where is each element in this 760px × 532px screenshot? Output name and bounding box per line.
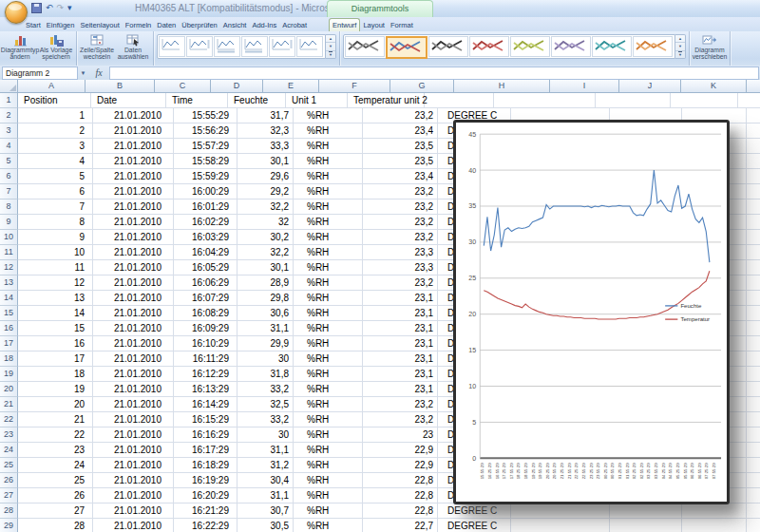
- cell-A21[interactable]: 20: [18, 397, 93, 412]
- cell-K12[interactable]: [747, 260, 760, 276]
- cell-C24[interactable]: 16:17:29: [174, 443, 238, 458]
- column-header-e[interactable]: E: [263, 80, 319, 93]
- cell-D13[interactable]: 28,9: [238, 276, 294, 291]
- cell-F27[interactable]: 22,8: [363, 488, 438, 504]
- cell-E17[interactable]: %RH: [294, 336, 363, 352]
- cell-A8[interactable]: 7: [18, 200, 93, 215]
- cell-E18[interactable]: %RH: [294, 352, 363, 367]
- cell-D26[interactable]: 30,4: [238, 473, 294, 488]
- cell-F29[interactable]: 22,7: [363, 519, 438, 532]
- cell-F28[interactable]: 22,8: [363, 504, 438, 519]
- cell-B11[interactable]: 21.01.2010: [93, 245, 174, 260]
- row-header-1[interactable]: 1: [0, 93, 18, 108]
- cell-K3[interactable]: [747, 124, 760, 139]
- tab-add-ins[interactable]: Add-Ins: [249, 19, 279, 31]
- cell-E23[interactable]: %RH: [294, 428, 363, 443]
- row-header-27[interactable]: 27: [0, 488, 18, 504]
- chart-style-2[interactable]: [386, 36, 428, 59]
- cell-D25[interactable]: 31,2: [238, 458, 294, 473]
- cell-C10[interactable]: 16:03:29: [174, 230, 238, 245]
- cell-A28[interactable]: 27: [18, 504, 93, 519]
- row-header-17[interactable]: 17: [0, 336, 18, 352]
- cell-B24[interactable]: 21.01.2010: [93, 443, 174, 458]
- cell-K10[interactable]: [747, 230, 760, 245]
- cell-B21[interactable]: 21.01.2010: [93, 397, 174, 412]
- cell-C14[interactable]: 16:07:29: [174, 291, 238, 306]
- cell-B6[interactable]: 21.01.2010: [93, 169, 174, 184]
- row-header-10[interactable]: 10: [0, 230, 18, 245]
- cell-A22[interactable]: 21: [18, 412, 93, 428]
- cell-E14[interactable]: %RH: [294, 291, 363, 306]
- cell-I28[interactable]: [610, 504, 682, 519]
- gallery-down-icon[interactable]: [326, 43, 335, 50]
- layouts-gallery-scrollbar[interactable]: [326, 34, 336, 59]
- chart-layout-2[interactable]: [186, 36, 213, 57]
- cell-C9[interactable]: 16:02:29: [174, 215, 238, 230]
- cell-F8[interactable]: 23,2: [363, 200, 438, 215]
- cell-B7[interactable]: 21.01.2010: [93, 184, 174, 200]
- cell-A9[interactable]: 8: [18, 215, 93, 230]
- gallery-up-icon[interactable]: [675, 35, 685, 43]
- cell-K19[interactable]: [747, 367, 760, 382]
- column-header-d[interactable]: D: [211, 80, 263, 93]
- cell-F24[interactable]: 22,9: [363, 443, 438, 458]
- gallery-more-icon[interactable]: [326, 51, 335, 58]
- cell-A6[interactable]: 5: [18, 169, 93, 184]
- chart-style-4[interactable]: [469, 36, 509, 57]
- cell-A16[interactable]: 15: [18, 321, 93, 336]
- cell-C27[interactable]: 16:20:29: [174, 488, 238, 504]
- formula-input[interactable]: [109, 66, 759, 80]
- cell-K6[interactable]: [747, 169, 760, 184]
- cell-D22[interactable]: 33,2: [238, 412, 294, 428]
- cell-K25[interactable]: [747, 458, 760, 473]
- cell-G28[interactable]: DEGREE C: [438, 504, 511, 519]
- cell-E16[interactable]: %RH: [294, 321, 363, 336]
- cell-A23[interactable]: 22: [18, 428, 93, 443]
- column-header-l[interactable]: L: [747, 80, 760, 93]
- move-chart-button[interactable]: Diagramm verschieben: [693, 32, 727, 62]
- cell-C11[interactable]: 16:04:29: [174, 245, 238, 260]
- row-header-13[interactable]: 13: [0, 276, 18, 291]
- cell-D24[interactable]: 31,1: [238, 443, 294, 458]
- cell-K4[interactable]: [747, 139, 760, 154]
- row-header-12[interactable]: 12: [0, 260, 18, 276]
- cell-E24[interactable]: %RH: [294, 443, 363, 458]
- cell-B18[interactable]: 21.01.2010: [93, 352, 174, 367]
- cell-A1[interactable]: Position: [18, 93, 91, 108]
- cell-F1[interactable]: Temperatur unit 2: [348, 93, 425, 108]
- cell-F9[interactable]: 23,2: [363, 215, 438, 230]
- cell-B10[interactable]: 21.01.2010: [93, 230, 174, 245]
- cell-F3[interactable]: 23,4: [363, 124, 438, 139]
- cell-A26[interactable]: 25: [18, 473, 93, 488]
- tab-berpr-fen[interactable]: Überprüfen: [179, 19, 220, 31]
- gallery-more-icon[interactable]: [675, 51, 685, 58]
- cell-F5[interactable]: 23,5: [363, 154, 438, 169]
- cell-C6[interactable]: 15:59:29: [174, 169, 238, 184]
- cell-K21[interactable]: [747, 397, 760, 412]
- gallery-up-icon[interactable]: [326, 35, 335, 43]
- cell-F16[interactable]: 23,1: [363, 321, 438, 336]
- cell-B22[interactable]: 21.01.2010: [93, 412, 174, 428]
- cell-J29[interactable]: [682, 519, 747, 532]
- chart-style-6[interactable]: [551, 36, 591, 57]
- cell-C8[interactable]: 16:01:29: [174, 200, 238, 215]
- cell-F10[interactable]: 23,2: [363, 230, 438, 245]
- chart-style-5[interactable]: [510, 36, 550, 57]
- row-header-19[interactable]: 19: [0, 367, 18, 382]
- cell-F21[interactable]: 23,2: [363, 397, 438, 412]
- row-header-28[interactable]: 28: [0, 504, 18, 519]
- cell-H28[interactable]: [511, 504, 610, 519]
- row-header-24[interactable]: 24: [0, 443, 18, 458]
- cell-C7[interactable]: 16:00:29: [174, 184, 238, 200]
- row-header-6[interactable]: 6: [0, 169, 18, 184]
- cell-E28[interactable]: %RH: [294, 504, 363, 519]
- cell-G29[interactable]: DEGREE C: [438, 519, 511, 532]
- cell-A18[interactable]: 17: [18, 352, 93, 367]
- cell-D7[interactable]: 29,2: [238, 184, 294, 200]
- cell-E10[interactable]: %RH: [294, 230, 363, 245]
- cell-C20[interactable]: 16:13:29: [174, 382, 238, 397]
- row-header-22[interactable]: 22: [0, 412, 18, 428]
- cell-C2[interactable]: 15:55:29: [174, 108, 238, 124]
- cell-C4[interactable]: 15:57:29: [174, 139, 238, 154]
- cell-D1[interactable]: Feuchte: [228, 93, 286, 108]
